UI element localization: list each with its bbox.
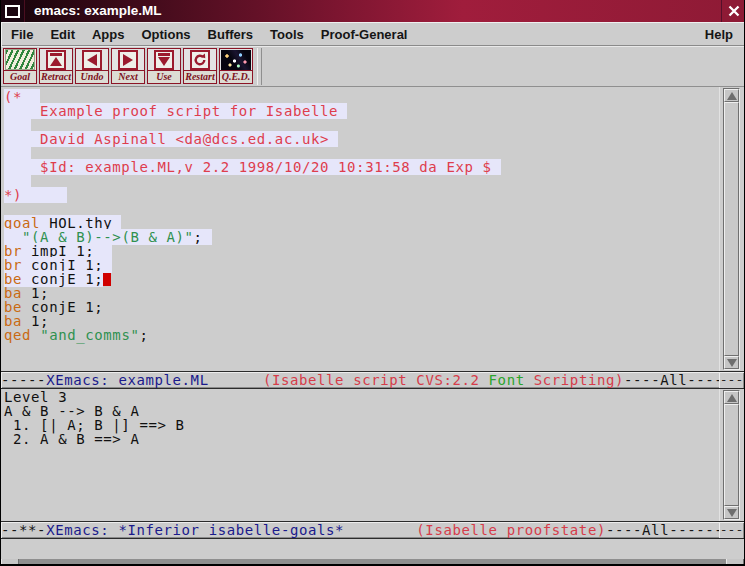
code-line: David Aspinall <da@dcs.ed.ac.uk> xyxy=(4,132,721,146)
arrow-down-icon xyxy=(727,509,737,517)
code-line: qed "and_comms"; xyxy=(4,328,721,342)
code-line: br impI 1; xyxy=(4,244,721,258)
close-button[interactable] xyxy=(721,0,745,22)
code-line: $Id: example.ML,v 2.2 1998/10/20 10:31:5… xyxy=(4,160,721,174)
script-buffer[interactable]: (* Example proof script for Isabelle Dav… xyxy=(1,87,721,371)
modeline-script: -----XEmacs: example.ML (Isabelle script… xyxy=(1,371,721,389)
code-line: "(A & B)-->(B & A)"; xyxy=(4,230,721,244)
text-segment: qed xyxy=(4,327,31,343)
text-segment: *) xyxy=(4,187,67,203)
code-line xyxy=(4,202,721,216)
text-segment: (Isabelle script CVS:2.2 xyxy=(263,372,489,388)
undo-button[interactable]: Undo xyxy=(75,48,109,84)
menu-item-edit[interactable]: Edit xyxy=(50,27,75,42)
arrow-up-icon xyxy=(727,394,737,402)
next-button[interactable]: Next xyxy=(111,48,145,84)
goals-line: 2. A & B ==> A xyxy=(4,432,721,446)
goals-scroll-down-button[interactable] xyxy=(724,506,739,519)
minibuffer[interactable] xyxy=(1,539,744,559)
menu-item-file[interactable]: File xyxy=(11,27,33,42)
retract-button-label: Retract xyxy=(40,70,72,83)
text-segment: Scripting) xyxy=(525,372,624,388)
menu-item-buffers[interactable]: Buffers xyxy=(208,27,254,42)
modeline-goals-gutter: --- xyxy=(719,521,744,539)
script-scrollbar-thumb[interactable] xyxy=(724,102,739,356)
code-line: goal HOL.thy xyxy=(4,216,721,230)
goals-scroll-up-button[interactable] xyxy=(724,391,739,404)
code-line: br conjI 1; xyxy=(4,258,721,272)
text-segment: (Isabelle proofstate) xyxy=(416,522,606,538)
goal-button-label: Goal xyxy=(4,70,36,83)
modeline-script-text: -----XEmacs: example.ML (Isabelle script… xyxy=(1,372,721,388)
next-icon xyxy=(118,50,138,70)
qed-button[interactable]: Q.E.D. xyxy=(219,48,253,84)
goals-scrollbar-thumb[interactable] xyxy=(724,404,739,506)
text-segment: --**- xyxy=(1,522,46,538)
script-scrollbar-gutter xyxy=(719,87,744,371)
text-segment: ----All--------- xyxy=(606,522,721,538)
undo-icon xyxy=(82,50,102,70)
text-segment: ----- xyxy=(1,372,46,388)
code-line xyxy=(4,174,721,188)
restart-icon xyxy=(190,50,210,70)
titlebar: emacs: example.ML xyxy=(1,0,745,22)
restart-button[interactable]: Restart xyxy=(183,48,217,84)
toolbar-separator xyxy=(257,48,262,85)
qed-button-label: Q.E.D. xyxy=(220,70,252,83)
window-menu-icon xyxy=(5,5,20,18)
goals-line: Level 3 xyxy=(4,390,721,404)
use-icon xyxy=(154,50,174,70)
toolbar: Goal Retract Undo Next Use Restart xyxy=(1,46,744,87)
text-segment: ; xyxy=(194,229,212,245)
text-segment: $Id: example.ML,v 2.2 1998/10/20 10:31:5… xyxy=(4,159,501,175)
code-line: *) xyxy=(4,188,721,202)
arrow-up-icon xyxy=(727,92,737,100)
text-segment: XEmacs: example.ML xyxy=(46,372,209,388)
menubar-left: FileEditAppsOptionsBuffersToolsProof-Gen… xyxy=(1,27,705,42)
menubar: FileEditAppsOptionsBuffersToolsProof-Gen… xyxy=(1,22,744,46)
text-segment: Example proof script for Isabelle xyxy=(4,103,347,119)
menu-item-proof-general[interactable]: Proof-General xyxy=(321,27,408,42)
text-segment: ; xyxy=(139,327,148,343)
use-button-label: Use xyxy=(148,70,180,83)
next-button-label: Next xyxy=(112,70,144,83)
code-line: ba 1; xyxy=(4,314,721,328)
code-line: be conjE 1; xyxy=(4,272,721,286)
code-line xyxy=(4,118,721,132)
restart-button-label: Restart xyxy=(184,70,216,83)
text-segment: XEmacs: *Inferior isabelle-goals* xyxy=(46,522,344,538)
menu-item-tools[interactable]: Tools xyxy=(270,27,304,42)
goal-button[interactable]: Goal xyxy=(3,48,37,84)
window-menu-button[interactable] xyxy=(1,0,24,22)
script-scroll-down-button[interactable] xyxy=(724,356,739,369)
use-button[interactable]: Use xyxy=(147,48,181,84)
goals-line: A & B --> B & A xyxy=(4,404,721,418)
code-line: ba 1; xyxy=(4,286,721,300)
retract-button[interactable]: Retract xyxy=(39,48,73,84)
script-scroll-up-button[interactable] xyxy=(724,89,739,102)
modeline-goals: --**-XEmacs: *Inferior isabelle-goals* (… xyxy=(1,521,721,539)
text-segment xyxy=(209,372,263,388)
menu-item-help[interactable]: Help xyxy=(705,27,744,42)
goals-buffer[interactable]: Level 3A & B --> B & A 1. [| A; B |] ==>… xyxy=(1,389,721,521)
window-title: emacs: example.ML xyxy=(24,0,721,22)
text-segment xyxy=(31,327,40,343)
goals-line: 1. [| A; B |] ==> B xyxy=(4,418,721,432)
code-line xyxy=(4,146,721,160)
goals-scrollbar-gutter xyxy=(719,389,744,521)
code-line: Example proof script for Isabelle xyxy=(4,104,721,118)
qed-icon xyxy=(221,50,251,70)
arrow-down-icon xyxy=(727,359,737,367)
script-scrollbar-track[interactable] xyxy=(723,88,740,370)
text-segment xyxy=(344,522,416,538)
menu-item-apps[interactable]: Apps xyxy=(92,27,125,42)
menu-item-options[interactable]: Options xyxy=(141,27,190,42)
modeline-goals-text: --**-XEmacs: *Inferior isabelle-goals* (… xyxy=(1,522,721,538)
text-segment: "and_comms" xyxy=(40,327,139,343)
text-cursor xyxy=(103,273,111,286)
text-segment: ----All-------- xyxy=(624,372,721,388)
text-segment: Font xyxy=(489,372,525,388)
undo-button-label: Undo xyxy=(76,70,108,83)
code-line: (* xyxy=(4,90,721,104)
goals-scrollbar-track[interactable] xyxy=(723,390,740,520)
